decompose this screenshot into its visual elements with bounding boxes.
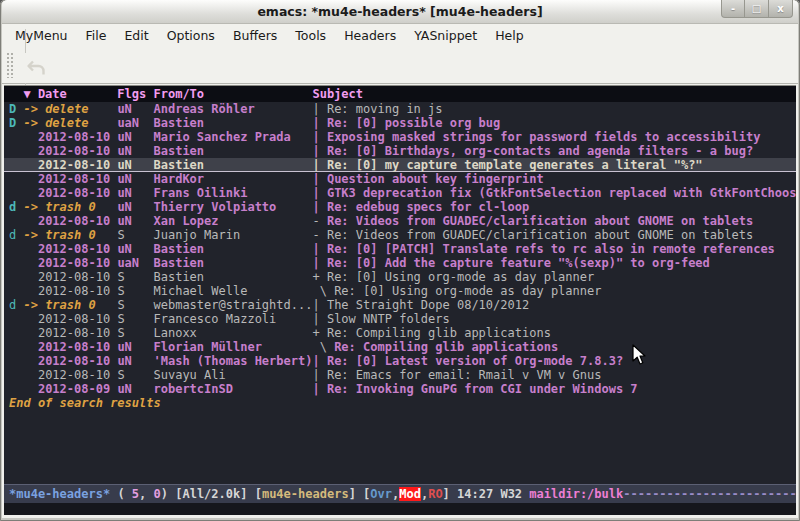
row-thread-separator: - xyxy=(312,228,326,242)
row-flags: uN xyxy=(117,340,153,354)
row-from: Thierry Volpiatto xyxy=(154,200,313,214)
header-row[interactable]: 2012-08-10 uN Bastien | Re: [0] my captu… xyxy=(4,158,796,172)
row-subject: Question about key fingerprint xyxy=(327,172,544,186)
menu-edit[interactable]: Edit xyxy=(115,25,157,46)
header-row[interactable]: 2012-08-10 uN 'Mash (Thomas Herbert)| Re… xyxy=(4,354,796,368)
row-mark xyxy=(9,242,23,256)
row-subject: Re: [0] Birthdays, org-contacts and agen… xyxy=(327,144,753,158)
row-date: 2012-08-10 xyxy=(23,256,117,270)
buffer-empty-area xyxy=(4,410,796,484)
row-flags: S xyxy=(117,312,153,326)
row-thread-separator: | xyxy=(312,144,326,158)
minimize-button[interactable]: - xyxy=(721,0,745,18)
row-mark xyxy=(9,340,23,354)
echo-area xyxy=(4,503,796,515)
end-of-search-results: End of search results xyxy=(4,396,796,410)
header-row[interactable]: 2012-08-10 uaN Bastien | Re: [0] Add the… xyxy=(4,256,796,270)
header-row[interactable]: 2012-08-10 uN Mario Sanchez Prada | Expo… xyxy=(4,130,796,144)
header-row[interactable]: 2012-08-10 uN Frans Oilinki | GTK3 depre… xyxy=(4,186,796,200)
column-header-line[interactable]: ▼ Date Flgs From/To Subject xyxy=(4,86,796,102)
header-row[interactable]: 2012-08-10 uN Florian Müllner \ Re: Comp… xyxy=(4,340,796,354)
header-row[interactable]: 2012-08-10 uN Bastien | Re: [0] [PATCH] … xyxy=(4,242,796,256)
row-flags: S xyxy=(117,298,153,312)
modeline-segment: mu4e-headers xyxy=(262,487,349,501)
row-date: 2012-08-10 xyxy=(23,284,117,298)
header-row[interactable]: 2012-08-10 S Lanoxx + Re: Compiling glib… xyxy=(4,326,796,340)
row-date: 2012-08-10 xyxy=(23,326,117,340)
header-row[interactable]: d -> trash 0 uN Thierry Volpiatto | Re: … xyxy=(4,200,796,214)
row-from: robertcInSD xyxy=(154,382,313,396)
menu-options[interactable]: Options xyxy=(158,25,224,46)
header-row[interactable]: 2012-08-10 S Francesco Mazzoli | Slow NN… xyxy=(4,312,796,326)
row-mark xyxy=(9,284,23,298)
row-from: Francesco Mazzoli xyxy=(154,312,313,326)
emacs-window: emacs: *mu4e-headers* [mu4e-headers] -□x… xyxy=(0,0,800,521)
header-row[interactable]: 2012-08-09 uN robertcInSD | Re: Invoking… xyxy=(4,382,796,396)
row-from: Michael Welle xyxy=(154,284,313,298)
row-thread-separator: - xyxy=(312,214,326,228)
row-subject: Re: [0] Latest version of Org-mode 7.8.3… xyxy=(327,354,623,368)
row-mark xyxy=(9,368,23,382)
row-thread-separator: | xyxy=(312,158,326,172)
row-from: Mario Sanchez Prada xyxy=(154,130,313,144)
maximize-button[interactable]: □ xyxy=(745,0,769,18)
row-action: -> trash 0 xyxy=(23,298,117,312)
row-date: 2012-08-10 xyxy=(23,130,117,144)
header-row[interactable]: d -> trash 0 S webmaster@straightd...| T… xyxy=(4,298,796,312)
row-thread-separator: | xyxy=(312,368,326,382)
row-date: 2012-08-10 xyxy=(23,312,117,326)
row-flags: uN xyxy=(117,172,153,186)
menu-tools[interactable]: Tools xyxy=(286,25,335,46)
modeline-segment: RO xyxy=(428,487,442,501)
row-from: Andreas Röhler xyxy=(154,102,313,116)
row-from: Bastien xyxy=(154,116,313,130)
row-mark xyxy=(9,144,23,158)
header-row[interactable]: 2012-08-10 S Bastien + Re: [0] Using org… xyxy=(4,270,796,284)
row-subject: Re: Videos from GUADEC/clarification abo… xyxy=(327,214,753,228)
row-flags: uaN xyxy=(117,256,153,270)
close-button[interactable]: x xyxy=(769,0,793,18)
row-mark xyxy=(9,326,23,340)
row-action: -> trash 0 xyxy=(23,200,117,214)
menu-file[interactable]: File xyxy=(77,25,116,46)
row-thread-separator: | xyxy=(312,242,326,256)
row-flags: uN xyxy=(117,130,153,144)
header-row[interactable]: 2012-08-10 uN Bastien | Re: [0] Birthday… xyxy=(4,144,796,158)
mu4e-headers-buffer: ▼ Date Flgs From/To Subject D -> delete … xyxy=(4,85,796,515)
row-subject: Slow NNTP folders xyxy=(327,312,450,326)
window-buttons: -□x xyxy=(721,0,793,18)
header-row[interactable]: 2012-08-10 S Michael Welle \ Re: [0] Usi… xyxy=(4,284,796,298)
header-row[interactable]: D -> delete uaN Bastien | Re: [0] possib… xyxy=(4,116,796,130)
modeline-segment: 5 xyxy=(132,487,139,501)
toolbar-separator xyxy=(25,29,26,53)
modeline-segment: Ovr xyxy=(370,487,392,501)
menu-help[interactable]: Help xyxy=(486,25,533,46)
header-row[interactable]: 2012-08-10 uN HardKor | Question about k… xyxy=(4,172,796,186)
row-thread-separator: + xyxy=(312,326,326,340)
row-subject: GTK3 deprecation fix (GtkFontSelection r… xyxy=(327,186,796,200)
row-subject: Re: Videos from GUADEC/clarification abo… xyxy=(327,228,753,242)
menu-yasnippet[interactable]: YASnippet xyxy=(405,25,486,46)
menu-buffers[interactable]: Buffers xyxy=(224,25,286,46)
header-row[interactable]: d -> trash 0 S Juanjo Marin - Re: Videos… xyxy=(4,228,796,242)
row-mark xyxy=(9,158,23,172)
row-thread-separator: | xyxy=(312,354,326,368)
modeline-segment: 0 xyxy=(154,487,161,501)
title-bar[interactable]: emacs: *mu4e-headers* [mu4e-headers] -□x xyxy=(2,0,798,24)
row-from: Suvayu Ali xyxy=(154,368,313,382)
row-mark xyxy=(9,312,23,326)
header-row[interactable]: 2012-08-10 S Suvayu Ali | Re: Emacs for … xyxy=(4,368,796,382)
window-title: emacs: *mu4e-headers* [mu4e-headers] xyxy=(2,0,798,24)
row-flags: uN xyxy=(117,102,153,116)
row-subject: Re: [0] [PATCH] Translate refs to rc als… xyxy=(327,242,775,256)
row-thread-separator: \ xyxy=(312,284,334,298)
row-subject: Re: [0] Using org-mode as day planner xyxy=(334,284,601,298)
header-row[interactable]: 2012-08-10 uN Xan Lopez - Re: Videos fro… xyxy=(4,214,796,228)
row-mark: d xyxy=(9,200,23,214)
row-thread-separator: | xyxy=(312,172,326,186)
row-from: Lanoxx xyxy=(154,326,313,340)
menu-headers[interactable]: Headers xyxy=(335,25,405,46)
row-subject: Re: [0] possible org bug xyxy=(327,116,500,130)
header-row[interactable]: D -> delete uN Andreas Röhler | Re: movi… xyxy=(4,102,796,116)
toolbar-grip[interactable] xyxy=(6,52,14,78)
